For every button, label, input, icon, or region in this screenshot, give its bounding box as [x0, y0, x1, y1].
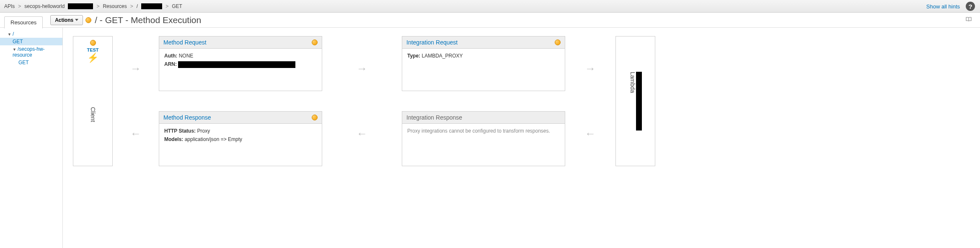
- breadcrumb-method: GET: [172, 3, 182, 9]
- redacted-segment: [141, 3, 162, 9]
- hint-dot-icon[interactable]: [85, 17, 91, 23]
- method-response-card[interactable]: Method Response HTTP Status: Proxy Model…: [159, 111, 322, 166]
- method-response-title: Method Response: [163, 114, 211, 121]
- chevron-down-icon: [75, 19, 78, 21]
- auth-label: Auth:: [164, 53, 177, 59]
- auth-value: NONE: [179, 53, 194, 59]
- method-request-title: Method Request: [163, 39, 207, 46]
- page-title-text: / - GET - Method Execution: [95, 15, 201, 25]
- arrow-left-icon: [130, 127, 141, 140]
- http-status-label: HTTP Status:: [164, 128, 196, 134]
- breadcrumb-bar: APIs > secops-helloworld > Resources > /…: [0, 0, 980, 13]
- client-box: TEST ⚡ Client: [73, 36, 113, 166]
- arrow-left-icon: [585, 127, 596, 140]
- actions-label: Actions: [55, 17, 73, 23]
- breadcrumb-separator: >: [18, 3, 21, 9]
- arrows-integration-lambda: [565, 36, 615, 166]
- page-title: / - GET - Method Execution: [95, 15, 201, 25]
- method-execution-canvas: TEST ⚡ Client Method Request Auth: NONE: [63, 28, 980, 248]
- redacted-segment: [68, 3, 93, 9]
- integration-type-label: Type:: [407, 53, 420, 59]
- hint-dot-icon[interactable]: [90, 40, 96, 46]
- redacted-lambda-name: [636, 72, 642, 131]
- resource-tree-sidebar: / GET /secops-hw-resource GET: [0, 28, 63, 248]
- bolt-icon[interactable]: ⚡: [87, 52, 98, 63]
- breadcrumb-api-name[interactable]: secops-helloworld: [24, 3, 65, 9]
- tree-child-resource[interactable]: /secops-hw-resource: [0, 45, 62, 59]
- client-label: Client: [90, 107, 96, 122]
- documentation-icon[interactable]: [965, 16, 972, 23]
- integration-response-card: Integration Response Proxy integrations …: [402, 111, 565, 166]
- help-icon[interactable]: ?: [966, 2, 975, 11]
- integration-response-title: Integration Response: [406, 114, 462, 121]
- lambda-box[interactable]: Lambda: [615, 36, 655, 166]
- method-request-card[interactable]: Method Request Auth: NONE ARN:: [159, 36, 322, 91]
- models-label: Models:: [164, 136, 183, 142]
- breadcrumb-apis[interactable]: APIs: [4, 3, 15, 9]
- arrow-right-icon: [130, 62, 141, 75]
- http-status-value: Proxy: [197, 128, 210, 134]
- test-button[interactable]: TEST: [87, 47, 98, 52]
- models-value: application/json => Empty: [185, 136, 242, 142]
- hint-dot-icon[interactable]: [312, 39, 318, 45]
- arrow-right-icon: [585, 62, 596, 75]
- integration-response-message: Proxy integrations cannot be configured …: [407, 128, 560, 134]
- tree-child-get[interactable]: GET: [0, 59, 62, 66]
- arrows-method-integration: [322, 36, 402, 166]
- arn-label: ARN:: [164, 61, 177, 67]
- toolbar: Resources Actions / - GET - Method Execu…: [0, 13, 980, 28]
- integration-request-title: Integration Request: [406, 39, 458, 46]
- tab-resources[interactable]: Resources: [4, 16, 43, 29]
- tree-root[interactable]: /: [0, 30, 62, 38]
- breadcrumb-separator: >: [130, 3, 133, 9]
- arrows-client-method: [113, 36, 159, 166]
- hint-dot-icon[interactable]: [312, 115, 318, 120]
- redacted-arn: [178, 61, 295, 68]
- breadcrumb-separator: >: [96, 3, 99, 9]
- hint-dot-icon[interactable]: [555, 39, 561, 45]
- integration-request-card[interactable]: Integration Request Type: LAMBDA_PROXY: [402, 36, 565, 91]
- lambda-label: Lambda: [629, 72, 636, 93]
- integration-type-value: LAMBDA_PROXY: [421, 53, 463, 59]
- breadcrumb-separator: >: [165, 3, 168, 9]
- actions-dropdown-button[interactable]: Actions: [50, 15, 83, 25]
- tree-root-get[interactable]: GET: [0, 38, 62, 45]
- breadcrumb-path[interactable]: /: [137, 3, 138, 9]
- arrow-right-icon: [357, 62, 367, 75]
- show-all-hints-link[interactable]: Show all hints: [926, 3, 960, 10]
- breadcrumb-resources[interactable]: Resources: [103, 3, 127, 9]
- breadcrumb: APIs > secops-helloworld > Resources > /…: [4, 3, 182, 9]
- arrow-left-icon: [357, 127, 367, 140]
